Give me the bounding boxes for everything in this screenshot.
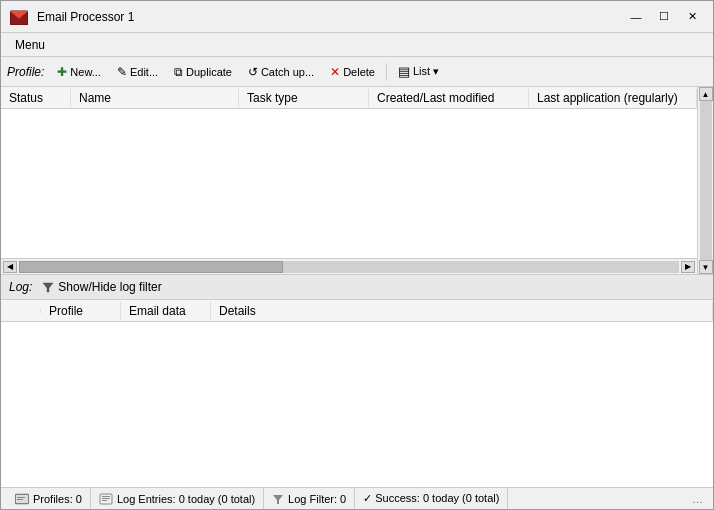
vertical-scrollbar[interactable]: ▲ ▼ bbox=[697, 87, 713, 274]
window-title: Email Processor 1 bbox=[37, 10, 623, 24]
table-main: Status Name Task type Created/Last modif… bbox=[1, 87, 697, 274]
maximize-button[interactable]: ☐ bbox=[651, 6, 677, 28]
main-window: Email Processor 1 — ☐ ✕ Menu Profile: ✚ … bbox=[0, 0, 714, 510]
log-col-header-details: Details bbox=[211, 302, 713, 320]
show-hide-log-filter-button[interactable]: Show/Hide log filter bbox=[38, 278, 165, 296]
profiles-icon bbox=[15, 493, 29, 505]
status-dots: … bbox=[692, 493, 707, 505]
success-text: ✓ Success: 0 today (0 total) bbox=[363, 492, 499, 505]
minimize-button[interactable]: — bbox=[623, 6, 649, 28]
svg-marker-3 bbox=[43, 283, 53, 292]
new-button[interactable]: ✚ New... bbox=[50, 61, 108, 83]
svg-rect-9 bbox=[102, 496, 110, 497]
toolbar-separator bbox=[386, 63, 387, 81]
delete-label: Delete bbox=[343, 66, 375, 78]
col-header-created: Created/Last modified bbox=[369, 89, 529, 107]
status-success: ✓ Success: 0 today (0 total) bbox=[355, 488, 508, 509]
scroll-left-button[interactable]: ◀ bbox=[3, 261, 17, 273]
catchup-label: Catch up... bbox=[261, 66, 314, 78]
menu-bar: Menu bbox=[1, 33, 713, 57]
list-label: List ▾ bbox=[413, 65, 439, 78]
log-col-header-profile: Profile bbox=[41, 302, 121, 320]
log-filter-label: Show/Hide log filter bbox=[58, 280, 161, 294]
window-controls: — ☐ ✕ bbox=[623, 6, 705, 28]
duplicate-button[interactable]: ⧉ Duplicate bbox=[167, 61, 239, 83]
duplicate-label: Duplicate bbox=[186, 66, 232, 78]
svg-rect-10 bbox=[102, 498, 110, 499]
title-bar: Email Processor 1 — ☐ ✕ bbox=[1, 1, 713, 33]
list-icon: ▤ bbox=[398, 64, 410, 79]
profiles-text: Profiles: 0 bbox=[33, 493, 82, 505]
edit-label: Edit... bbox=[130, 66, 158, 78]
edit-button[interactable]: ✎ Edit... bbox=[110, 61, 165, 83]
log-table: Profile Email data Details bbox=[1, 300, 713, 487]
log-filter-icon bbox=[272, 493, 284, 505]
scroll-up-button[interactable]: ▲ bbox=[699, 87, 713, 101]
horizontal-scrollbar[interactable]: ◀ ▶ bbox=[1, 258, 697, 274]
scroll-thumb[interactable] bbox=[19, 261, 283, 273]
list-button[interactable]: ▤ List ▾ bbox=[391, 61, 446, 83]
status-log-filter: Log Filter: 0 bbox=[264, 488, 355, 509]
table-body bbox=[1, 109, 697, 258]
table-header: Status Name Task type Created/Last modif… bbox=[1, 87, 697, 109]
log-entries-icon bbox=[99, 493, 113, 505]
log-label: Log: bbox=[9, 280, 32, 294]
svg-rect-11 bbox=[102, 500, 107, 501]
col-header-tasktype: Task type bbox=[239, 89, 369, 107]
status-bar: Profiles: 0 Log Entries: 0 today (0 tota… bbox=[1, 487, 713, 509]
status-profiles: Profiles: 0 bbox=[7, 488, 91, 509]
svg-rect-7 bbox=[17, 499, 23, 500]
duplicate-icon: ⧉ bbox=[174, 65, 183, 79]
profile-label: Profile: bbox=[7, 65, 44, 79]
delete-icon: ✕ bbox=[330, 65, 340, 79]
log-body bbox=[1, 322, 713, 487]
col-header-lastapp: Last application (regularly) bbox=[529, 89, 697, 107]
filter-icon bbox=[42, 281, 54, 293]
col-header-name: Name bbox=[71, 89, 239, 107]
col-header-status: Status bbox=[1, 89, 71, 107]
edit-icon: ✎ bbox=[117, 65, 127, 79]
toolbar: Profile: ✚ New... ✎ Edit... ⧉ Duplicate … bbox=[1, 57, 713, 87]
status-log-entries: Log Entries: 0 today (0 total) bbox=[91, 488, 264, 509]
menu-item-menu[interactable]: Menu bbox=[9, 36, 51, 54]
catchup-icon: ↺ bbox=[248, 65, 258, 79]
log-header: Log: Show/Hide log filter bbox=[1, 274, 713, 300]
log-col-header-num bbox=[1, 309, 41, 313]
catchup-button[interactable]: ↺ Catch up... bbox=[241, 61, 321, 83]
scroll-right-button[interactable]: ▶ bbox=[681, 261, 695, 273]
log-filter-text: Log Filter: 0 bbox=[288, 493, 346, 505]
log-entries-text: Log Entries: 0 today (0 total) bbox=[117, 493, 255, 505]
scroll-down-button[interactable]: ▼ bbox=[699, 260, 713, 274]
svg-marker-12 bbox=[273, 495, 283, 504]
table-area: Status Name Task type Created/Last modif… bbox=[1, 87, 713, 274]
log-col-header-email: Email data bbox=[121, 302, 211, 320]
new-icon: ✚ bbox=[57, 65, 67, 79]
scroll-track[interactable] bbox=[19, 261, 679, 273]
v-scroll-track[interactable] bbox=[700, 101, 712, 260]
svg-rect-6 bbox=[17, 497, 25, 498]
close-button[interactable]: ✕ bbox=[679, 6, 705, 28]
delete-button[interactable]: ✕ Delete bbox=[323, 61, 382, 83]
app-icon bbox=[9, 7, 29, 27]
log-table-header: Profile Email data Details bbox=[1, 300, 713, 322]
new-label: New... bbox=[70, 66, 101, 78]
